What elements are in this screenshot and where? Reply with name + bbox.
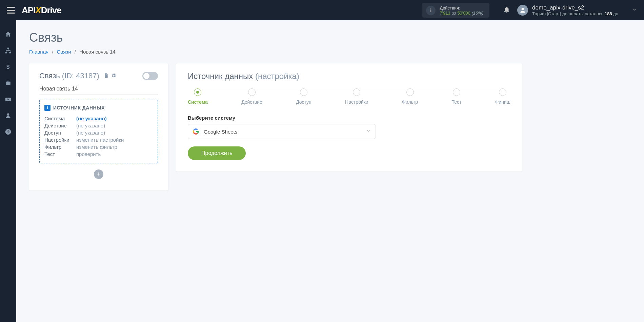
logo[interactable]: APIXDrive: [22, 5, 61, 16]
continue-button[interactable]: Продолжить: [188, 146, 246, 160]
step-circle: [194, 88, 201, 96]
svg-point-0: [522, 8, 524, 10]
connections-icon[interactable]: [4, 47, 12, 54]
source-row-label: Тест: [44, 151, 76, 157]
page-title: Связь: [29, 31, 631, 45]
svg-rect-2: [5, 52, 7, 53]
svg-point-6: [7, 113, 9, 116]
user-menu[interactable]: demo_apix-drive_s2 Тариф |Старт| до опла…: [517, 4, 618, 16]
svg-rect-3: [9, 52, 11, 53]
user-icon[interactable]: [4, 112, 12, 119]
source-title: ИСТОЧНИК ДАННЫХ: [53, 105, 105, 110]
help-icon[interactable]: ?: [4, 128, 12, 136]
home-icon[interactable]: [4, 31, 12, 38]
setup-card: Источник данных (настройка) СистемаДейст…: [176, 63, 522, 172]
user-plan: Тариф |Старт| до оплаты осталось 188 дн: [532, 11, 618, 16]
connection-name[interactable]: Новая связь 14: [39, 86, 158, 95]
source-row-label: Доступ: [44, 130, 76, 136]
source-row-label: Фильтр: [44, 144, 76, 150]
step-circle: [300, 88, 307, 96]
step-label: Фильтр: [402, 99, 418, 105]
breadcrumb-current: Новая связь 14: [79, 49, 116, 55]
actions-label: Действия:: [440, 5, 483, 11]
source-row[interactable]: Доступ(не указано): [44, 129, 153, 136]
source-row-label: Действие: [44, 123, 76, 128]
source-row[interactable]: Система(не указано): [44, 115, 153, 122]
billing-icon[interactable]: $: [4, 63, 12, 71]
enable-toggle[interactable]: [142, 72, 158, 80]
info-icon: i: [426, 6, 436, 15]
step-circle: [353, 88, 360, 96]
card-title: Связь: [39, 72, 60, 80]
gear-icon[interactable]: [111, 72, 116, 80]
step-label: Действие: [241, 99, 262, 105]
source-row-value: изменить фильтр: [76, 144, 117, 150]
step-circle: [453, 88, 460, 96]
add-button[interactable]: +: [94, 169, 103, 179]
source-row[interactable]: Настройкиизменить настройки: [44, 136, 153, 143]
chevron-down-icon: [366, 128, 371, 135]
source-row-label: Система: [44, 116, 76, 121]
setup-title: Источник данных (настройка): [188, 72, 510, 81]
breadcrumb-home[interactable]: Главная: [29, 49, 48, 55]
step-label: Тест: [451, 99, 461, 105]
sidebar: $ ?: [0, 20, 16, 322]
source-row-value: (не указано): [76, 123, 105, 128]
field-label: Выберите систему: [188, 115, 510, 121]
document-icon[interactable]: [103, 72, 109, 80]
avatar: [517, 5, 528, 16]
briefcase-icon[interactable]: [4, 79, 12, 87]
step[interactable]: Действие: [241, 88, 262, 105]
topbar: APIXDrive i Действия: 7'913 из 50'000 (1…: [0, 0, 644, 20]
svg-text:?: ?: [7, 129, 9, 134]
source-row-value: проверить: [76, 151, 101, 157]
google-icon: [193, 128, 199, 135]
source-row[interactable]: Фильтризменить фильтр: [44, 143, 153, 150]
bell-icon[interactable]: [503, 6, 510, 15]
source-row[interactable]: Действие(не указано): [44, 122, 153, 129]
video-icon[interactable]: [4, 96, 12, 103]
breadcrumb-connections[interactable]: Связи: [57, 49, 71, 55]
menu-icon[interactable]: [7, 7, 15, 14]
svg-text:$: $: [6, 64, 10, 70]
step[interactable]: Настройки: [345, 88, 368, 105]
step-circle: [499, 88, 506, 96]
step-circle: [248, 88, 256, 96]
user-name: demo_apix-drive_s2: [532, 4, 618, 11]
step[interactable]: Финиш: [495, 88, 510, 105]
step-circle: [406, 88, 414, 96]
source-badge: 1: [44, 105, 51, 111]
source-row-value[interactable]: (не указано): [76, 116, 107, 121]
source-row-label: Настройки: [44, 137, 76, 143]
breadcrumb: Главная / Связи / Новая связь 14: [29, 49, 631, 55]
actions-usage[interactable]: i Действия: 7'913 из 50'000 (16%): [422, 3, 489, 18]
step[interactable]: Доступ: [296, 88, 311, 105]
step-label: Финиш: [495, 99, 510, 105]
source-block: 1 ИСТОЧНИК ДАННЫХ Система(не указано)Дей…: [39, 100, 158, 163]
connection-summary-card: Связь (ID: 43187) Новая связь 14 1 ИСТОЧ…: [29, 63, 168, 190]
chevron-down-icon[interactable]: [618, 7, 637, 14]
stepper: СистемаДействиеДоступНастройкиФильтрТест…: [188, 88, 510, 105]
svg-rect-1: [7, 48, 9, 49]
step[interactable]: Фильтр: [402, 88, 418, 105]
step-label: Настройки: [345, 99, 368, 105]
step-label: Доступ: [296, 99, 311, 105]
system-select[interactable]: Google Sheets: [188, 124, 376, 139]
step[interactable]: Система: [188, 88, 208, 105]
source-row-value: (не указано): [76, 130, 105, 136]
source-row-value: изменить настройки: [76, 137, 124, 143]
step[interactable]: Тест: [451, 88, 461, 105]
step-label: Система: [188, 99, 208, 105]
card-id: (ID: 43187): [62, 72, 99, 80]
select-value: Google Sheets: [204, 129, 366, 135]
source-row[interactable]: Тестпроверить: [44, 150, 153, 158]
